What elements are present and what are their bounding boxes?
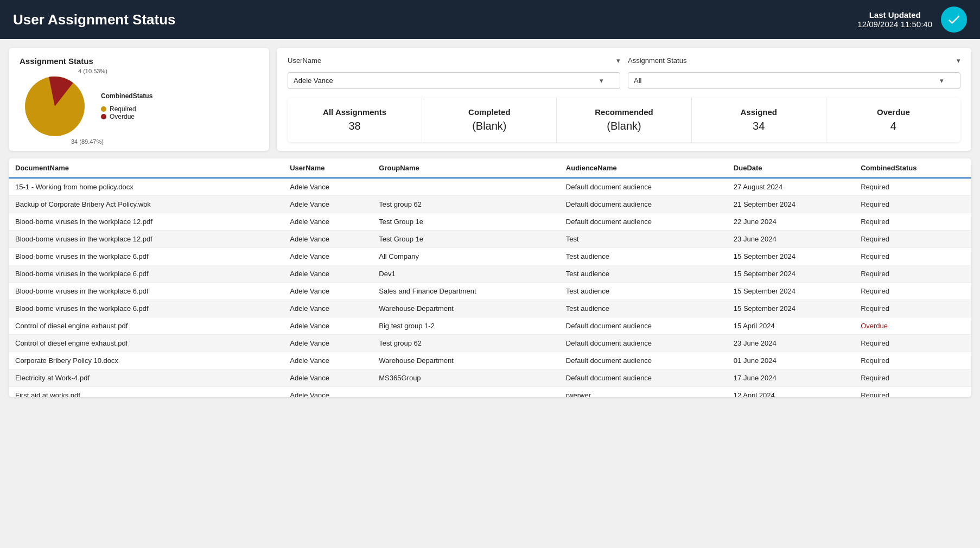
table-card: DocumentNameUserNameGroupNameAudienceNam… bbox=[9, 158, 971, 397]
table-cell: 15 April 2024 bbox=[727, 317, 854, 335]
assignment-status-select-group[interactable]: All ▾ bbox=[628, 72, 960, 89]
assignment-status-select[interactable]: All ▾ bbox=[628, 72, 960, 89]
table-cell: Blood-borne viruses in the workplace 12.… bbox=[9, 213, 283, 231]
chart-content: 4 (10.53%) 34 (89.47%) CombinedStatus Re… bbox=[20, 71, 258, 142]
table-cell: Overdue bbox=[854, 317, 971, 335]
table-cell: 22 June 2024 bbox=[727, 213, 854, 231]
table-column-header[interactable]: UserName bbox=[283, 158, 372, 178]
legend-title: CombinedStatus bbox=[101, 92, 152, 100]
username-select-wrapper[interactable]: Adele Vance ▾ bbox=[288, 72, 620, 89]
table-row[interactable]: Blood-borne viruses in the workplace 6.p… bbox=[9, 248, 971, 265]
stat-item: Recommended(Blank) bbox=[557, 98, 691, 142]
table-cell: Adele Vance bbox=[283, 387, 372, 398]
stat-item: Assigned34 bbox=[692, 98, 826, 142]
table-cell: Required bbox=[854, 369, 971, 387]
table-cell: Required bbox=[854, 178, 971, 196]
table-row[interactable]: Backup of Corporate Bribery Act Policy.w… bbox=[9, 196, 971, 213]
table-cell: Warehouse Department bbox=[372, 352, 559, 369]
table-column-header[interactable]: GroupName bbox=[372, 158, 559, 178]
filter-row-top: UserName ▾ Assignment Status ▾ bbox=[288, 56, 960, 67]
table-cell: Required bbox=[854, 231, 971, 248]
table-column-header[interactable]: CombinedStatus bbox=[854, 158, 971, 178]
table-cell: Adele Vance bbox=[283, 335, 372, 352]
table-row[interactable]: Blood-borne viruses in the workplace 12.… bbox=[9, 213, 971, 231]
header-right: Last Updated 12/09/2024 11:50:40 bbox=[857, 7, 967, 33]
assignment-status-filter-group: Assignment Status ▾ bbox=[628, 56, 960, 67]
table-cell: Default document audience bbox=[559, 178, 727, 196]
table-cell: 27 August 2024 bbox=[727, 178, 854, 196]
stat-value: 34 bbox=[697, 120, 820, 132]
table-row[interactable]: Control of diesel engine exhaust.pdfAdel… bbox=[9, 317, 971, 335]
stat-label: Assigned bbox=[697, 107, 820, 117]
table-cell: Default document audience bbox=[559, 317, 727, 335]
chart-card: Assignment Status bbox=[9, 48, 269, 151]
assignment-status-select-wrapper[interactable]: All ▾ bbox=[628, 72, 960, 89]
table-row[interactable]: Electricity at Work-4.pdfAdele VanceMS36… bbox=[9, 369, 971, 387]
table-cell: Required bbox=[854, 196, 971, 213]
table-wrapper[interactable]: DocumentNameUserNameGroupNameAudienceNam… bbox=[9, 158, 971, 397]
assignment-status-select-chevron: ▾ bbox=[940, 77, 944, 85]
stat-item: Overdue4 bbox=[826, 98, 960, 142]
table-cell: 21 September 2024 bbox=[727, 196, 854, 213]
table-cell: Required bbox=[854, 265, 971, 283]
table-cell: rwerwer bbox=[559, 387, 727, 398]
table-cell: Adele Vance bbox=[283, 248, 372, 265]
table-row[interactable]: Blood-borne viruses in the workplace 6.p… bbox=[9, 265, 971, 283]
table-cell: Default document audience bbox=[559, 369, 727, 387]
table-row[interactable]: Blood-borne viruses in the workplace 6.p… bbox=[9, 300, 971, 317]
table-row[interactable]: First aid at works.pdfAdele Vancerwerwer… bbox=[9, 387, 971, 398]
table-cell: Test bbox=[559, 231, 727, 248]
table-cell: Default document audience bbox=[559, 352, 727, 369]
table-cell: Adele Vance bbox=[283, 352, 372, 369]
table-cell: Blood-borne viruses in the workplace 12.… bbox=[9, 231, 283, 248]
table-column-header[interactable]: AudienceName bbox=[559, 158, 727, 178]
legend-dot bbox=[101, 114, 106, 119]
stat-value: (Blank) bbox=[562, 120, 685, 132]
table-cell bbox=[372, 178, 559, 196]
table-row[interactable]: Corporate Bribery Policy 10.docxAdele Va… bbox=[9, 352, 971, 369]
stat-value: 4 bbox=[832, 120, 955, 132]
table-cell: Adele Vance bbox=[283, 213, 372, 231]
table-cell: Required bbox=[854, 248, 971, 265]
page-header: User Assignment Status Last Updated 12/0… bbox=[0, 0, 980, 39]
table-cell: 15 September 2024 bbox=[727, 283, 854, 300]
table-cell: Adele Vance bbox=[283, 178, 372, 196]
table-cell: Test group 62 bbox=[372, 335, 559, 352]
table-cell: Electricity at Work-4.pdf bbox=[9, 369, 283, 387]
table-row[interactable]: Blood-borne viruses in the workplace 6.p… bbox=[9, 283, 971, 300]
table-cell: Corporate Bribery Policy 10.docx bbox=[9, 352, 283, 369]
table-cell: Adele Vance bbox=[283, 300, 372, 317]
table-cell: 23 June 2024 bbox=[727, 335, 854, 352]
table-header: DocumentNameUserNameGroupNameAudienceNam… bbox=[9, 158, 971, 178]
filter-card: UserName ▾ Assignment Status ▾ Adele Van… bbox=[277, 48, 971, 151]
username-select-group[interactable]: Adele Vance ▾ bbox=[288, 72, 620, 89]
table-cell: Required bbox=[854, 387, 971, 398]
table-cell: Sales and Finance Department bbox=[372, 283, 559, 300]
table-cell: 12 April 2024 bbox=[727, 387, 854, 398]
table-cell: Test audience bbox=[559, 248, 727, 265]
table-cell: Required bbox=[854, 335, 971, 352]
assignments-table: DocumentNameUserNameGroupNameAudienceNam… bbox=[9, 158, 971, 397]
username-select[interactable]: Adele Vance ▾ bbox=[288, 72, 620, 89]
table-cell: Adele Vance bbox=[283, 369, 372, 387]
table-cell: 15 September 2024 bbox=[727, 265, 854, 283]
table-cell: Control of diesel engine exhaust.pdf bbox=[9, 335, 283, 352]
table-row[interactable]: Blood-borne viruses in the workplace 12.… bbox=[9, 231, 971, 248]
table-cell: Required bbox=[854, 300, 971, 317]
table-row[interactable]: Control of diesel engine exhaust.pdfAdel… bbox=[9, 335, 971, 352]
table-cell: Control of diesel engine exhaust.pdf bbox=[9, 317, 283, 335]
table-row[interactable]: 15-1 - Working from home policy.docxAdel… bbox=[9, 178, 971, 196]
stats-row: All Assignments38Completed(Blank)Recomme… bbox=[288, 98, 960, 142]
table-column-header[interactable]: DueDate bbox=[727, 158, 854, 178]
last-updated-block: Last Updated 12/09/2024 11:50:40 bbox=[857, 10, 932, 29]
last-updated-label: Last Updated bbox=[857, 10, 932, 20]
table-cell: Required bbox=[854, 283, 971, 300]
main-content: Assignment Status bbox=[0, 39, 980, 406]
legend-dot bbox=[101, 106, 106, 112]
table-cell: Test audience bbox=[559, 265, 727, 283]
table-column-header[interactable]: DocumentName bbox=[9, 158, 283, 178]
stat-label: All Assignments bbox=[293, 107, 416, 117]
table-cell: Blood-borne viruses in the workplace 6.p… bbox=[9, 300, 283, 317]
table-body: 15-1 - Working from home policy.docxAdel… bbox=[9, 178, 971, 397]
table-cell: 01 June 2024 bbox=[727, 352, 854, 369]
